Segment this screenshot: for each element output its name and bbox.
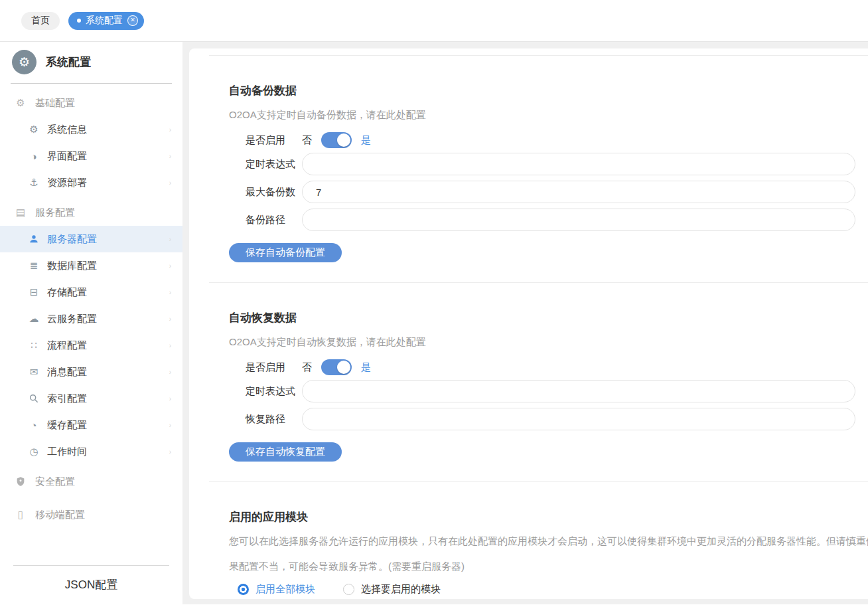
radio-label: 启用全部模块 [255,583,315,596]
field-row: 恢复路径 [246,408,868,430]
item-label: 系统信息 [47,124,87,136]
save-backup-config-button[interactable]: 保存自动备份配置 [229,243,342,262]
sidebar-item-cloud-service-config[interactable]: ☁ 云服务配置 › [0,305,182,332]
sidebar-nav: ⚙ 基础配置 ⚙ 系统信息 › ◑ 界面配置 › ⚓ 资源部署 › ▤ 服务配置 [0,84,182,528]
sidebar-item-process-config[interactable]: ∷ 流程配置 › [0,332,182,359]
field-label: 恢复路径 [246,408,302,430]
sidebar-item-message-config[interactable]: ✉ 消息配置 › [0,359,182,385]
toggle-label: 是否启用 [246,134,302,147]
item-label: 资源部署 [47,177,87,189]
item-label: 流程配置 [47,339,87,352]
radio-select-modules[interactable]: 选择要启用的模块 [343,583,441,596]
sidebar-item-index-config[interactable]: 索引配置 › [0,385,182,412]
sidebar-item-server-config[interactable]: 服务器配置 › [0,226,182,252]
field-label: 定时表达式 [246,153,302,175]
anchor-deploy-icon: ⚓ [28,177,40,189]
chevron-right-icon: › [169,289,171,296]
group-label: 基础配置 [35,97,75,110]
shield-icon [15,476,27,487]
server-icon: ▤ [15,207,27,218]
sidebar-group-mobile-config[interactable]: ▯ 移动端配置 [0,501,182,528]
close-icon[interactable]: ✕ [127,15,138,26]
restore-path-input[interactable] [302,408,855,430]
sidebar-item-database-config[interactable]: ≣ 数据库配置 › [0,252,182,279]
group-label: 服务配置 [35,207,75,219]
gear-icon: ⚙ [15,97,27,109]
sidebar-item-work-time[interactable]: ◷ 工作时间 › [0,438,182,465]
section-description: 您可以在此选择服务器允许运行的应用模块，只有在此处配置的应用模块才会启动，这可以… [229,529,868,579]
chevron-right-icon: › [169,342,171,349]
item-label: 界面配置 [47,150,87,163]
timer-icon: ◷ [28,446,40,458]
tab-home[interactable]: 首页 [21,12,60,30]
radio-selected-icon [238,584,249,595]
chevron-right-icon: › [169,369,171,376]
gear-icon: ⚙ [12,50,36,74]
flow-grid-icon: ∷ [28,339,40,351]
chevron-right-icon: › [169,262,171,270]
max-backup-count-input[interactable] [302,181,855,203]
section-auto-restore: 自动恢复数据 O2OA支持定时自动恢复数据，请在此处配置 是否启用 否 是 定时… [209,282,868,481]
section-description: O2OA支持定时自动恢复数据，请在此处配置 [229,329,868,355]
item-label: 工作时间 [47,446,87,458]
item-label: 云服务配置 [47,313,97,325]
backup-enable-toggle[interactable] [321,132,352,148]
section-enabled-modules: 启用的应用模块 您可以在此选择服务器允许运行的应用模块，只有在此处配置的应用模块… [209,481,868,604]
radio-unselected-icon [343,584,354,595]
sidebar-item-system-info[interactable]: ⚙ 系统信息 › [0,116,182,143]
save-restore-config-button[interactable]: 保存自动恢复配置 [229,442,342,462]
chevron-right-icon: › [169,153,171,160]
backup-path-input[interactable] [302,209,855,231]
group-label: 移动端配置 [35,509,85,521]
sidebar-item-storage-config[interactable]: ⊟ 存储配置 › [0,279,182,305]
section-description: O2OA支持定时自动备份数据，请在此处配置 [229,102,868,128]
storage-icon: ⊟ [28,286,40,298]
tab-system-config-label: 系统配置 [86,15,123,27]
search-icon [28,393,40,404]
toggle-on-label: 是 [361,361,371,374]
message-icon: ✉ [28,366,40,378]
sidebar-group-service-config[interactable]: ▤ 服务配置 [0,199,182,226]
sidebar-item-interface-config[interactable]: ◑ 界面配置 › [0,143,182,169]
field-label: 备份路径 [246,209,302,231]
toggle-on-label: 是 [361,134,371,147]
toggle-label: 是否启用 [246,361,302,374]
restore-enable-toggle[interactable] [321,359,352,375]
toggle-off-label: 否 [302,361,312,374]
top-tab-bar: 首页 系统配置 ✕ [0,0,868,42]
sidebar-group-security-config[interactable]: 安全配置 [0,468,182,495]
backup-cron-input[interactable] [302,153,855,175]
tab-system-config[interactable]: 系统配置 ✕ [68,12,144,30]
json-config-button[interactable]: JSON配置 [0,566,182,604]
chevron-right-icon: › [169,236,171,243]
sidebar-item-resource-deploy[interactable]: ⚓ 资源部署 › [0,169,182,196]
sidebar-footer: JSON配置 [0,565,182,604]
active-dot-icon [77,19,81,23]
toggle-off-label: 否 [302,134,312,147]
sidebar-group-basic-config[interactable]: ⚙ 基础配置 [0,90,182,116]
toggle-knob [337,133,350,147]
content-card: 自动备份数据 O2OA支持定时自动备份数据，请在此处配置 是否启用 否 是 定时… [189,48,868,599]
restore-cron-input[interactable] [302,380,855,402]
group-label: 安全配置 [35,475,75,488]
section-title: 自动恢复数据 [229,309,868,327]
enable-toggle-row: 是否启用 否 是 [246,355,868,380]
field-row: 备份路径 [246,209,868,231]
chevron-right-icon: › [169,315,171,323]
toggle-knob [337,361,350,374]
gear-icon: ⚙ [28,124,40,135]
field-row: 定时表达式 [246,380,868,402]
radio-enable-all-modules[interactable]: 启用全部模块 [238,583,315,596]
field-label: 定时表达式 [246,380,302,402]
section-title: 启用的应用模块 [229,509,868,526]
item-label: 缓存配置 [47,419,87,432]
chevron-right-icon: › [169,422,171,429]
enable-toggle-row: 是否启用 否 是 [246,128,868,153]
sidebar-item-cache-config[interactable]: ◔ 缓存配置 › [0,412,182,438]
item-label: 服务器配置 [47,233,97,246]
chevron-right-icon: › [169,126,171,133]
item-label: 消息配置 [47,366,87,379]
database-icon: ≣ [28,260,40,272]
chevron-right-icon: › [169,448,171,456]
item-label: 数据库配置 [47,260,97,272]
